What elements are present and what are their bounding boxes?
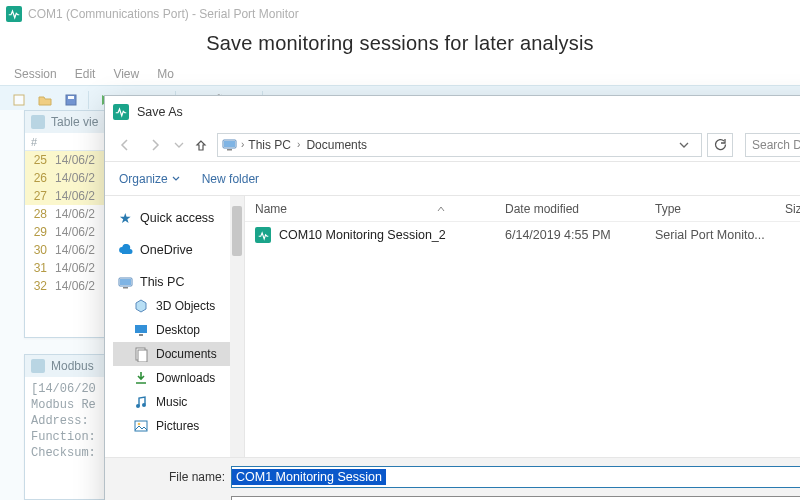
save-as-dialog: Save As › This PC › Documents Search Doc… [104,95,800,500]
recent-locations-dropdown[interactable] [173,133,185,157]
menu-more[interactable]: Mo [157,67,174,81]
svg-rect-21 [120,279,131,285]
chevron-right-icon: › [239,139,246,150]
menu-edit[interactable]: Edit [75,67,96,81]
table-icon [31,115,45,129]
toolbar-open-icon[interactable] [34,89,56,111]
pc-icon [117,274,133,290]
svg-rect-24 [139,334,143,336]
menu-session[interactable]: Session [14,67,57,81]
panel-title: Table vie [51,115,98,129]
svg-rect-23 [135,325,147,333]
search-placeholder: Search Documents [752,138,800,152]
cloud-icon [117,242,133,258]
sort-asc-icon [437,205,445,213]
svg-point-28 [142,403,146,407]
file-date: 6/14/2019 4:55 PM [495,228,645,242]
app-titlebar: COM1 (Communications Port) - Serial Port… [0,0,800,28]
row-time: 14/06/2 [51,261,95,275]
modbus-icon [31,359,45,373]
row-time: 14/06/2 [51,189,95,203]
svg-rect-26 [138,350,147,362]
address-history-dropdown[interactable] [679,140,697,150]
nav-onedrive[interactable]: OneDrive [113,238,244,262]
filename-value: COM1 Monitoring Session [232,469,386,485]
headline-banner: Save monitoring sessions for later analy… [0,28,800,63]
row-time: 14/06/2 [51,207,95,221]
file-row[interactable]: COM10 Monitoring Session_26/14/2019 4:55… [245,222,800,248]
nav-quick-access[interactable]: ★ Quick access [113,206,244,230]
row-time: 14/06/2 [51,171,95,185]
svg-rect-22 [123,287,128,289]
up-one-level-button[interactable] [191,138,211,152]
row-number: 32 [25,279,51,293]
download-icon [133,370,149,386]
filename-label: File name: [115,470,225,484]
file-name: COM10 Monitoring Session_2 [279,228,446,242]
organize-menu[interactable]: Organize [119,172,180,186]
nav-this-pc[interactable]: This PC [113,270,244,294]
desktop-icon [133,322,149,338]
address-segment-folder[interactable]: Documents [306,138,367,152]
chevron-down-icon [172,175,180,183]
cube-icon [133,298,149,314]
row-number: 29 [25,225,51,239]
savetype-select[interactable]: Monitoring Session (*.spm) [231,496,800,500]
dialog-titlebar[interactable]: Save As [105,96,800,128]
refresh-button[interactable] [707,133,733,157]
music-icon [133,394,149,410]
documents-icon [133,346,149,362]
col-date[interactable]: Date modified [495,202,645,216]
dialog-body: ★ Quick access OneDrive This PC 3D Objec… [105,196,800,458]
file-list-area[interactable]: Name Date modified Type Size COM10 Monit… [245,196,800,457]
back-button[interactable] [113,133,137,157]
pc-icon [222,137,237,152]
nav-downloads[interactable]: Downloads [113,366,244,390]
forward-button[interactable] [143,133,167,157]
star-icon: ★ [117,210,133,226]
chevron-right-icon: › [295,139,302,150]
svg-rect-2 [68,96,74,99]
navigation-row: › This PC › Documents Search Documents [105,128,800,162]
toolbar-new-icon[interactable] [8,89,30,111]
column-headers[interactable]: Name Date modified Type Size [245,196,800,222]
app-logo-icon [113,104,129,120]
svg-rect-0 [14,95,24,105]
dialog-bottom-area: File name: COM1 Monitoring Session Save … [105,458,800,500]
svg-rect-15 [224,141,235,147]
menu-bar: Session Edit View Mo [0,63,800,85]
spm-file-icon [255,227,271,243]
nav-documents[interactable]: Documents [113,342,244,366]
navpane-scroll-thumb[interactable] [232,206,242,256]
col-type[interactable]: Type [645,202,775,216]
dialog-title: Save As [137,105,183,119]
svg-point-30 [138,423,141,426]
menu-view[interactable]: View [113,67,139,81]
nav-music[interactable]: Music [113,390,244,414]
pictures-icon [133,418,149,434]
row-time: 14/06/2 [51,243,95,257]
row-number: 31 [25,261,51,275]
panel-title: Modbus [51,359,94,373]
search-field[interactable]: Search Documents [745,133,800,157]
nav-pictures[interactable]: Pictures [113,414,244,438]
toolbar-separator [88,91,89,109]
col-name[interactable]: Name [245,202,495,216]
nav-3d-objects[interactable]: 3D Objects [113,294,244,318]
row-number: 25 [25,153,51,167]
filename-input[interactable]: COM1 Monitoring Session [231,466,800,488]
row-time: 14/06/2 [51,225,95,239]
file-type: Serial Port Monito... [645,228,775,242]
row-number: 28 [25,207,51,221]
nav-desktop[interactable]: Desktop [113,318,244,342]
row-number: 27 [25,189,51,203]
navigation-pane: ★ Quick access OneDrive This PC 3D Objec… [105,196,245,457]
address-bar[interactable]: › This PC › Documents [217,133,702,157]
toolbar-save-icon[interactable] [60,89,82,111]
row-time: 14/06/2 [51,153,95,167]
new-folder-button[interactable]: New folder [202,172,259,186]
svg-rect-29 [135,421,147,431]
app-window-title: COM1 (Communications Port) - Serial Port… [28,7,299,21]
col-size[interactable]: Size [775,202,800,216]
address-segment-pc[interactable]: › This PC [222,137,291,152]
